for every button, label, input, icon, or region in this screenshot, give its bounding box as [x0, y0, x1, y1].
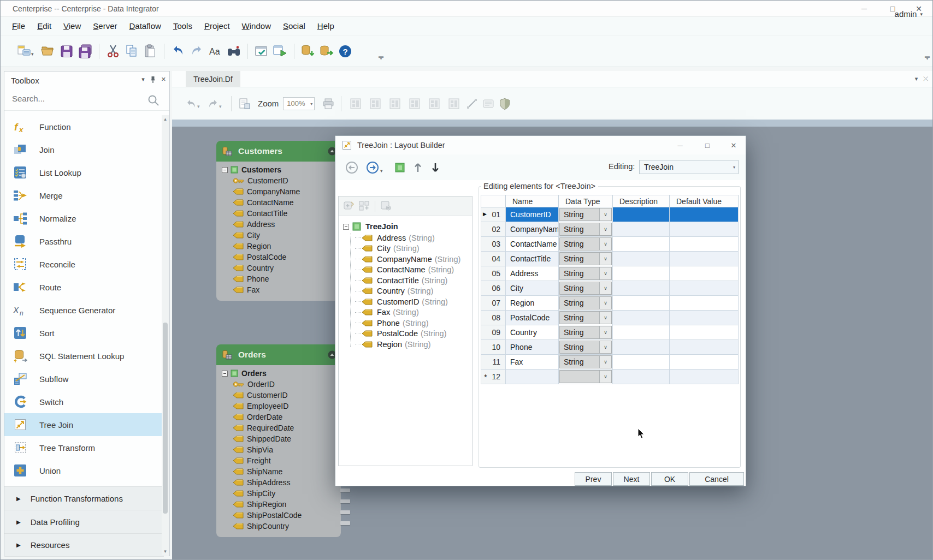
- cell-default-value[interactable]: [670, 370, 739, 384]
- field-row-phone[interactable]: Phone: [222, 273, 341, 284]
- menu-tools[interactable]: Tools: [167, 19, 198, 33]
- toolbox-item-sequence-generator[interactable]: xnSequence Generator: [4, 299, 164, 321]
- cell-default-value[interactable]: [670, 296, 739, 311]
- cell-description[interactable]: [613, 296, 670, 311]
- redo-button[interactable]: [187, 42, 206, 61]
- cell-data-type[interactable]: ∨: [559, 370, 613, 384]
- menu-dataflow[interactable]: Dataflow: [123, 19, 167, 33]
- cell-default-value[interactable]: [670, 237, 739, 252]
- menu-edit[interactable]: Edit: [31, 19, 57, 33]
- scrollbar-thumb[interactable]: [163, 323, 168, 514]
- cell-default-value[interactable]: [670, 281, 739, 296]
- scroll-down-icon[interactable]: ▾: [162, 549, 169, 554]
- field-row-freight[interactable]: Freight: [222, 455, 341, 466]
- field-row-shippeddate[interactable]: ShippedDate: [222, 433, 341, 444]
- tree-node-contacttitle[interactable]: ContactTitle(String): [339, 275, 472, 286]
- field-row-shipcity[interactable]: ShipCity: [222, 488, 341, 499]
- menu-social[interactable]: Social: [277, 19, 311, 33]
- grid-row-01[interactable]: ▶01CustomerIDString∨: [481, 207, 739, 222]
- toolbox-section-function-transformations[interactable]: ▶Function Transformations: [4, 486, 164, 510]
- tree-node-contactname[interactable]: ContactName(String): [339, 265, 472, 276]
- field-row-companyname[interactable]: CompanyName: [222, 186, 341, 197]
- shield-button[interactable]: [497, 94, 513, 113]
- cell-name[interactable]: Region: [506, 296, 559, 311]
- cell-data-type[interactable]: String∨: [559, 281, 613, 296]
- auto-layout-button-3[interactable]: [387, 94, 403, 113]
- cell-data-type[interactable]: String∨: [559, 207, 613, 222]
- field-row-customerid[interactable]: CustomerID: [222, 390, 341, 401]
- data-type-dropdown[interactable]: String∨: [559, 296, 612, 309]
- page-settings-button[interactable]: [236, 94, 252, 113]
- data-type-dropdown[interactable]: ∨: [559, 370, 612, 383]
- row-marker-cell[interactable]: 04: [481, 252, 506, 266]
- toolbox-section-data-profiling[interactable]: ▶Data Profiling: [4, 510, 164, 533]
- field-row-contacttitle[interactable]: ContactTitle: [222, 208, 341, 219]
- dialog-minimize-button[interactable]: ─: [669, 138, 691, 153]
- cell-default-value[interactable]: [670, 325, 739, 340]
- tab-treejoin-df[interactable]: TreeJoin.Df: [186, 71, 240, 87]
- back-circle-button[interactable]: [345, 161, 358, 174]
- tree-node-fax[interactable]: Fax(String): [339, 307, 472, 318]
- cell-data-type[interactable]: String∨: [559, 325, 613, 340]
- field-row-contactname[interactable]: ContactName: [222, 197, 341, 208]
- dropdown-caret-icon[interactable]: ▾: [380, 168, 387, 174]
- cell-name[interactable]: Phone: [506, 340, 559, 355]
- new-dataflow-button[interactable]: [15, 42, 33, 61]
- field-row-customerid[interactable]: CustomerID: [222, 175, 341, 186]
- cell-description[interactable]: [613, 207, 670, 222]
- window-position-icon[interactable]: ▾: [141, 76, 145, 85]
- toolbox-item-merge[interactable]: Merge: [4, 184, 164, 207]
- collapse-expander-icon[interactable]: [343, 224, 349, 230]
- canvas-table-customers[interactable]: CustomersCustomersCustomerIDCompanyNameC…: [216, 141, 341, 301]
- cell-description[interactable]: [613, 266, 670, 281]
- cell-description[interactable]: [613, 222, 670, 237]
- row-marker-cell[interactable]: 10: [481, 340, 506, 355]
- undo-button[interactable]: [169, 42, 187, 61]
- toolbox-item-sort[interactable]: Sort: [4, 321, 164, 344]
- tree-node-country[interactable]: Country(String): [339, 286, 472, 297]
- row-marker-cell[interactable]: 03: [481, 237, 506, 252]
- field-row-city[interactable]: City: [222, 230, 341, 241]
- toolbox-item-reconcile[interactable]: Reconcile: [4, 253, 164, 276]
- admin-menu[interactable]: admin ▾: [895, 9, 923, 19]
- minimize-button[interactable]: ─: [852, 1, 877, 16]
- field-row-shipcountry[interactable]: ShipCountry: [222, 521, 341, 532]
- grid-column-header-description[interactable]: Description: [613, 195, 670, 207]
- dialog-maximize-button[interactable]: □: [696, 138, 718, 153]
- ok-button[interactable]: OK: [651, 472, 688, 486]
- search-input[interactable]: [11, 93, 142, 104]
- field-row-shipaddress[interactable]: ShipAddress: [222, 477, 341, 488]
- cell-description[interactable]: [613, 237, 670, 252]
- toolbox-section-resources[interactable]: ▶Resources: [4, 533, 164, 557]
- cell-name[interactable]: ContactName: [506, 237, 559, 252]
- tree-node-phone[interactable]: Phone(String): [339, 318, 472, 329]
- cell-name[interactable]: PostalCode: [506, 311, 559, 325]
- paste-button[interactable]: [141, 42, 160, 61]
- data-type-dropdown[interactable]: String∨: [559, 311, 612, 324]
- shape-tool-button[interactable]: [480, 94, 497, 113]
- canvas-table-orders[interactable]: OrdersOrdersOrderIDCustomerIDEmployeeIDO…: [216, 344, 341, 537]
- data-type-dropdown[interactable]: String∨: [559, 326, 612, 339]
- add-element-button[interactable]: [343, 200, 354, 213]
- tree-root-node[interactable]: TreeJoin: [343, 221, 472, 233]
- menu-window[interactable]: Window: [236, 19, 277, 33]
- green-square-button[interactable]: [394, 162, 405, 173]
- field-row-orderdate[interactable]: OrderDate: [222, 412, 341, 422]
- font-button[interactable]: Aa: [206, 42, 225, 61]
- validate-button[interactable]: [252, 42, 271, 61]
- cell-default-value[interactable]: [670, 222, 739, 237]
- cell-description[interactable]: [613, 340, 670, 355]
- grid-row-09[interactable]: 09CountryString∨: [481, 325, 739, 340]
- toolbox-item-join[interactable]: Join: [4, 138, 164, 161]
- cell-default-value[interactable]: [670, 266, 739, 281]
- dropdown-caret-icon[interactable]: ▾: [219, 104, 226, 109]
- row-marker-cell[interactable]: *12: [481, 370, 506, 384]
- cell-description[interactable]: [613, 325, 670, 340]
- auto-layout-button-2[interactable]: [367, 94, 383, 113]
- cell-name[interactable]: CompanyName: [506, 222, 559, 237]
- tree-node-region[interactable]: Region(String): [339, 339, 472, 350]
- cell-default-value[interactable]: [670, 340, 739, 355]
- arrow-down-button[interactable]: [430, 162, 440, 174]
- field-row-region[interactable]: Region: [222, 241, 341, 252]
- forward-circle-button[interactable]: [366, 161, 379, 174]
